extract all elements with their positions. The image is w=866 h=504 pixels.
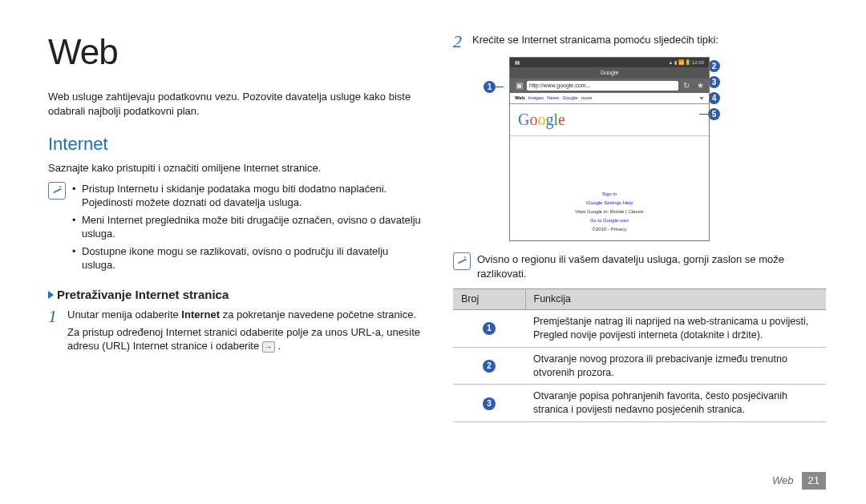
reload-icon[interactable]: ↻ [681, 80, 692, 91]
subsection-label: Pretraživanje Internet stranica [57, 287, 229, 303]
step1-bold: Internet [181, 308, 220, 321]
phone-title: Google [510, 67, 709, 79]
phone-link[interactable]: Sign in [602, 191, 617, 197]
subsection-browse: Pretraživanje Internet stranica [48, 287, 421, 303]
step1-text-pre: Unutar menija odaberite [67, 308, 181, 321]
note-item: Pristup Internetu i skidanje podataka mo… [72, 182, 421, 210]
step-number-2: 2 [453, 33, 466, 50]
step2-text: Krećite se Internet stranicama pomoću sl… [472, 34, 718, 46]
note2-text: Ovisno o regionu ili vašem davatelju usl… [477, 252, 826, 280]
function-table: Broj Funkcija 1 Premještanje natrag ili … [453, 288, 826, 422]
phone-menubar[interactable]: Web Images News Google more [510, 93, 709, 104]
row-badge-2: 2 [483, 360, 496, 373]
phone-text: ©2010 - Privacy [593, 226, 627, 232]
th-broj: Broj [453, 289, 525, 310]
section-internet-heading: Internet [48, 132, 421, 156]
page-title: Web [48, 28, 421, 75]
go-arrow-button-icon: → [262, 341, 275, 353]
callout-4: 4 [708, 92, 720, 104]
chevron-icon [48, 291, 54, 299]
phone-link[interactable]: Go to Google.com [590, 217, 629, 224]
browser-screenshot: ▮▮▲ ▮ 📶 🔋 12:00 Google ▣ http://www.goog… [509, 57, 710, 241]
step1-sub: Za pristup određenoj Internet stranici o… [67, 326, 420, 353]
menu-item[interactable]: Images [528, 95, 544, 101]
menu-item[interactable]: News [547, 95, 559, 101]
intro-text: Web usluge zahtijevaju podatkovnu vezu. … [48, 90, 421, 118]
row-desc: Otvaranje novog prozora ili prebacivanje… [525, 347, 826, 385]
table-row: 3 Otvaranje popisa pohranjenih favorita,… [453, 385, 826, 422]
row-badge-3: 3 [483, 397, 496, 410]
note-icon [453, 252, 471, 270]
th-funkcija: Funkcija [525, 289, 826, 310]
callout-3: 3 [708, 76, 720, 88]
internet-intro: Saznajte kako pristupiti i označiti omil… [48, 161, 421, 175]
dropdown-triangle-icon[interactable] [699, 97, 704, 100]
bookmark-star-icon[interactable]: ★ [694, 80, 706, 91]
window-switch-icon[interactable]: ▣ [513, 80, 524, 91]
url-input[interactable]: http://www.google.com... [527, 81, 678, 91]
row-badge-1: 1 [483, 322, 496, 335]
callout-2: 2 [708, 60, 720, 72]
menu-web[interactable]: Web [515, 95, 525, 101]
row-desc: Otvaranje popisa pohranjenih favorita, č… [525, 385, 826, 422]
period: . [277, 340, 281, 352]
phone-link[interactable]: iGoogle Settings Help [586, 200, 633, 206]
note-item: Meni Internet preglednika može biti drug… [72, 213, 421, 241]
callout-1: 1 [484, 81, 496, 93]
footer-page-number: 21 [802, 472, 826, 490]
note-item: Dostupne ikone mogu se razlikovati, ovis… [72, 244, 421, 272]
menu-item[interactable]: Google [562, 95, 577, 101]
google-logo: Google [518, 109, 565, 131]
step1-text-post: za pokretanje navedene početne stranice. [220, 308, 416, 321]
step-number-1: 1 [48, 308, 61, 353]
table-row: 1 Premještanje natrag ili naprijed na we… [453, 309, 826, 347]
phone-text: View Google in: Mobile | Classic [575, 208, 644, 215]
menu-item[interactable]: more [581, 95, 593, 101]
table-row: 2 Otvaranje novog prozora ili prebacivan… [453, 347, 826, 385]
note-list: Pristup Internetu i skidanje podataka mo… [72, 182, 421, 276]
note-icon [48, 182, 66, 200]
row-desc: Premještanje natrag ili naprijed na web-… [525, 309, 826, 347]
footer-section: Web [772, 474, 794, 488]
callout-5: 5 [708, 108, 720, 120]
